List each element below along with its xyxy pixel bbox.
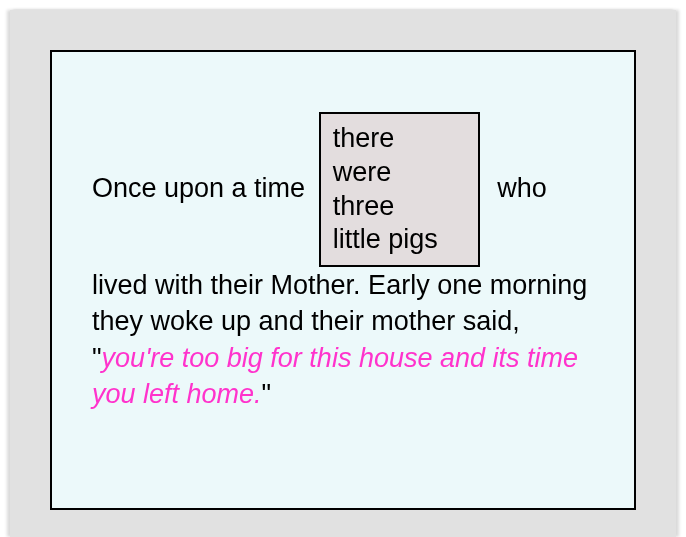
inset-line-1: there	[333, 123, 395, 153]
story-quote: you're too big for this house and its ti…	[92, 343, 578, 409]
inset-line-2: were	[333, 157, 392, 187]
inset-box: there were three little pigs	[319, 112, 480, 267]
inset-line-3: three	[333, 191, 395, 221]
inset-line-4: little pigs	[333, 224, 438, 254]
story-tail-close: "	[262, 379, 272, 409]
story-panel: Once upon a time there were three little…	[50, 50, 636, 510]
document-frame: Once upon a time there were three little…	[10, 10, 676, 537]
story-paragraph: Once upon a time there were three little…	[92, 112, 594, 413]
story-after-box: who	[497, 173, 547, 203]
story-lead: Once upon a time	[92, 173, 305, 203]
